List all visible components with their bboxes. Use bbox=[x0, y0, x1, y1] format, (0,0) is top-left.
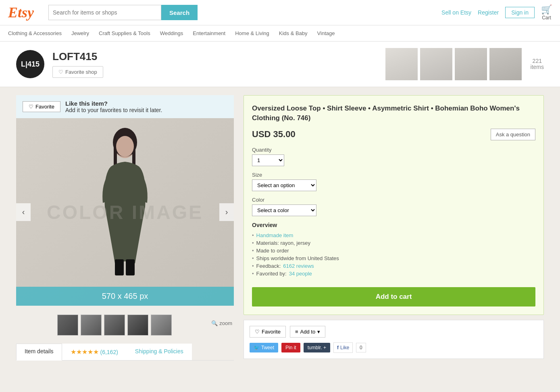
main-content: ♡ Favorite Like this item? Add it to you… bbox=[0, 87, 560, 369]
add-to-cart-button[interactable]: Add to cart bbox=[252, 287, 535, 307]
heart-icon: ♡ bbox=[58, 69, 63, 75]
product-info-box: Oversized Loose Top • Shirt Sleeve • Asy… bbox=[244, 95, 544, 315]
search-button[interactable]: Search bbox=[161, 5, 198, 20]
thumbnail-row bbox=[18, 313, 211, 337]
svg-rect-5 bbox=[115, 259, 124, 275]
tab-reviews[interactable]: ★★★★★ (6,162) bbox=[62, 344, 127, 360]
product-tabs: Item details ★★★★★ (6,162) Shipping & Po… bbox=[16, 344, 234, 361]
size-label: Size bbox=[252, 172, 535, 178]
quantity-group: Quantity 1 2 3 bbox=[252, 147, 535, 166]
pin-button[interactable]: Pin it bbox=[281, 343, 300, 352]
zoom-link[interactable]: 🔍 zoom bbox=[211, 320, 232, 326]
items-count: 221 items bbox=[531, 58, 544, 71]
nav-item-entertainment[interactable]: Entertainment bbox=[193, 25, 225, 41]
etsy-logo[interactable]: Etsy bbox=[8, 4, 34, 21]
size-group: Size Select an option bbox=[252, 172, 535, 191]
image-nav-right[interactable]: › bbox=[219, 203, 234, 221]
page-header: Etsy Search Sell on Etsy Register Sign i… bbox=[0, 0, 560, 25]
social-top: ♡ Favorite ≡ Add to ▾ bbox=[250, 326, 538, 338]
overview-materials: Materials: rayon, jersey bbox=[252, 239, 535, 247]
favorite-shop-button[interactable]: ♡ Favorite shop bbox=[52, 66, 103, 78]
color-select[interactable]: Select a color bbox=[252, 204, 316, 216]
image-nav-left[interactable]: ‹ bbox=[16, 203, 31, 221]
social-box: ♡ Favorite ≡ Add to ▾ 🐦 Tweet Pin it bbox=[244, 320, 544, 359]
product-left: ♡ Favorite Like this item? Add it to you… bbox=[16, 95, 234, 361]
reviews-link[interactable]: 6162 reviews bbox=[283, 263, 314, 269]
social-favorite-button[interactable]: ♡ Favorite bbox=[250, 326, 286, 338]
overview-handmade: Handmade item bbox=[252, 231, 535, 239]
nav-item-home[interactable]: Home & Living bbox=[235, 25, 269, 41]
twitter-icon: 🐦 bbox=[254, 345, 260, 350]
people-link[interactable]: 34 people bbox=[289, 271, 312, 277]
social-bottom: 🐦 Tweet Pin it tumblr. + f Like 0 bbox=[250, 342, 538, 353]
overview-title: Overview bbox=[252, 222, 535, 228]
search-input[interactable] bbox=[48, 5, 161, 20]
zoom-icon: 🔍 bbox=[211, 320, 218, 326]
overview-feedback: Feedback: 6162 reviews bbox=[252, 262, 535, 270]
fb-like-button[interactable]: f Like bbox=[333, 342, 353, 353]
shop-thumb-2[interactable] bbox=[420, 48, 452, 80]
thumb-5[interactable] bbox=[151, 315, 172, 336]
sell-link[interactable]: Sell on Etsy bbox=[441, 9, 471, 16]
shop-header: L|415 LOFT415 ♡ Favorite shop 221 items bbox=[0, 42, 560, 87]
overview-section: Overview Handmade item Materials: rayon,… bbox=[252, 222, 535, 277]
color-group: Color Select a color bbox=[252, 197, 535, 216]
heart-icon: ♡ bbox=[255, 329, 260, 335]
nav-item-kids[interactable]: Kids & Baby bbox=[279, 25, 308, 41]
header-right: Sell on Etsy Register Sign in 🛒 Cart bbox=[441, 4, 552, 21]
svg-point-4 bbox=[116, 136, 134, 157]
signin-button[interactable]: Sign in bbox=[505, 7, 535, 18]
thumb-1[interactable] bbox=[57, 315, 78, 336]
size-select[interactable]: Select an option bbox=[252, 179, 316, 191]
tab-item-details[interactable]: Item details bbox=[16, 344, 62, 361]
price-row: USD 35.00 Ask a question bbox=[252, 129, 535, 140]
overview-list: Handmade item Materials: rayon, jersey M… bbox=[252, 231, 535, 277]
cart-label: Cart bbox=[542, 15, 551, 21]
search-area: Search bbox=[48, 5, 198, 20]
favorite-bar: ♡ Favorite Like this item? Add it to you… bbox=[16, 95, 234, 118]
nav-item-weddings[interactable]: Weddings bbox=[160, 25, 183, 41]
list-icon: ≡ bbox=[295, 329, 298, 335]
product-price: USD 35.00 bbox=[252, 129, 296, 140]
tumblr-button[interactable]: tumblr. + bbox=[304, 343, 330, 352]
nav-item-jewelry[interactable]: Jewelry bbox=[71, 25, 89, 41]
product-image-container: COLOR IMAGE 570 x 465 px ‹ › bbox=[16, 118, 234, 306]
shop-name: LOFT415 bbox=[52, 50, 377, 63]
heart-icon: ♡ bbox=[29, 104, 33, 110]
product-image: COLOR IMAGE 570 x 465 px bbox=[16, 118, 234, 306]
handmade-link[interactable]: Handmade item bbox=[256, 232, 294, 238]
nav-item-craft[interactable]: Craft Supplies & Tools bbox=[99, 25, 150, 41]
thumb-4[interactable] bbox=[127, 315, 148, 336]
like-text: Like this item? Add it to your favorites… bbox=[65, 100, 162, 113]
main-nav: Clothing & Accessories Jewelry Craft Sup… bbox=[0, 25, 560, 42]
svg-rect-6 bbox=[126, 259, 135, 275]
image-size-badge: 570 x 465 px bbox=[16, 287, 234, 306]
shop-thumb-1[interactable] bbox=[385, 48, 418, 80]
overview-made-to-order: Made to order bbox=[252, 247, 535, 254]
chevron-down-icon: ▾ bbox=[317, 329, 320, 335]
quantity-select[interactable]: 1 2 3 bbox=[252, 154, 284, 166]
shop-info: LOFT415 ♡ Favorite shop bbox=[52, 50, 377, 78]
product-right: Oversized Loose Top • Shirt Sleeve • Asy… bbox=[244, 95, 544, 361]
product-title: Oversized Loose Top • Shirt Sleeve • Asy… bbox=[252, 104, 535, 123]
shop-thumb-4[interactable] bbox=[489, 48, 522, 80]
color-label: Color bbox=[252, 197, 535, 203]
register-link[interactable]: Register bbox=[478, 9, 499, 16]
cart-area[interactable]: 🛒 Cart bbox=[541, 4, 552, 21]
tweet-button[interactable]: 🐦 Tweet bbox=[250, 343, 278, 352]
cart-icon: 🛒 bbox=[541, 4, 552, 15]
add-to-button[interactable]: ≡ Add to ▾ bbox=[290, 326, 325, 338]
nav-item-clothing[interactable]: Clothing & Accessories bbox=[8, 25, 62, 41]
thumb-2[interactable] bbox=[81, 315, 102, 336]
fb-icon: f bbox=[337, 345, 339, 350]
ask-question-button[interactable]: Ask a question bbox=[491, 129, 535, 140]
fb-count: 0 bbox=[356, 343, 366, 352]
favorite-button[interactable]: ♡ Favorite bbox=[23, 101, 60, 112]
overview-favorited: Favorited by: 34 people bbox=[252, 270, 535, 277]
shop-logo: L|415 bbox=[16, 50, 44, 78]
shop-thumb-3[interactable] bbox=[455, 48, 487, 80]
nav-item-vintage[interactable]: Vintage bbox=[317, 25, 335, 41]
thumb-3[interactable] bbox=[104, 315, 125, 336]
overview-ships: Ships worldwide from United States bbox=[252, 254, 535, 262]
tab-shipping[interactable]: Shipping & Policies bbox=[127, 344, 192, 360]
